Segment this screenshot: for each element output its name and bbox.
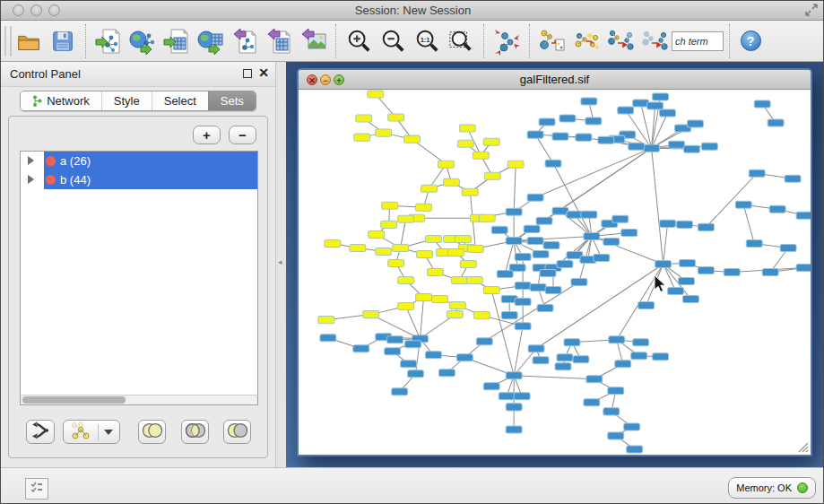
graph-node[interactable] <box>381 221 397 228</box>
graph-node[interactable] <box>698 223 714 230</box>
graph-node[interactable] <box>467 245 483 252</box>
graph-node[interactable] <box>483 138 499 145</box>
graph-node[interactable] <box>515 253 531 260</box>
graph-node[interactable] <box>653 353 669 361</box>
set-intersection-button[interactable] <box>181 420 209 444</box>
graph-node[interactable] <box>698 266 714 274</box>
graph-node[interactable] <box>427 268 443 275</box>
graph-node[interactable] <box>653 93 669 100</box>
graph-node[interactable] <box>447 311 463 318</box>
graph-node[interactable] <box>687 120 703 127</box>
apply-layout-button[interactable] <box>490 24 524 58</box>
graph-node[interactable] <box>618 107 634 114</box>
set-list-item[interactable]: b (44) <box>21 170 257 189</box>
graph-node[interactable] <box>506 372 522 379</box>
graph-node[interactable] <box>530 284 546 291</box>
graph-node[interactable] <box>401 361 417 368</box>
graph-node[interactable] <box>527 194 543 201</box>
remove-set-button[interactable]: − <box>229 126 256 144</box>
graph-node[interactable] <box>388 114 404 121</box>
graph-node[interactable] <box>376 129 392 136</box>
graph-node[interactable] <box>460 260 476 267</box>
expander-triangle-icon[interactable] <box>28 156 34 165</box>
graph-node[interactable] <box>581 98 597 105</box>
extract-set-dropdown-button[interactable] <box>63 420 120 444</box>
graph-node[interactable] <box>608 387 624 395</box>
toolbar-drag-handle[interactable] <box>4 26 12 56</box>
graph-node[interactable] <box>354 134 370 141</box>
graph-node[interactable] <box>552 207 568 214</box>
export-network-button[interactable] <box>228 24 262 58</box>
graph-node[interactable] <box>438 369 455 377</box>
graph-node[interactable] <box>408 370 424 378</box>
graph-node[interactable] <box>524 225 540 232</box>
graph-node[interactable] <box>382 202 398 209</box>
graph-node[interactable] <box>573 356 589 363</box>
graph-node[interactable] <box>586 376 603 383</box>
graph-node[interactable] <box>533 250 549 257</box>
graph-node[interactable] <box>598 136 614 143</box>
graph-node[interactable] <box>615 361 631 368</box>
graph-node[interactable] <box>369 230 385 238</box>
graph-node[interactable] <box>576 134 592 141</box>
collapse-panel-icon[interactable]: ◂ <box>278 257 282 266</box>
close-panel-icon[interactable]: ✕ <box>258 65 269 80</box>
graph-node[interactable] <box>669 141 685 148</box>
graph-node[interactable] <box>392 388 408 395</box>
tab-style[interactable]: Style <box>101 91 152 110</box>
graph-node[interactable] <box>353 345 369 352</box>
graph-node[interactable] <box>421 185 438 192</box>
add-to-set-button[interactable] <box>603 24 638 58</box>
graph-node[interactable] <box>479 214 495 222</box>
float-panel-icon[interactable] <box>243 69 252 78</box>
import-network-file-button[interactable] <box>91 24 126 58</box>
graph-node[interactable] <box>647 102 664 109</box>
graph-node[interactable] <box>555 363 571 370</box>
set-difference-button[interactable] <box>223 420 251 444</box>
graph-node[interactable] <box>455 235 471 242</box>
export-table-button[interactable] <box>262 24 296 58</box>
set-union-button[interactable] <box>138 420 166 444</box>
tab-network[interactable]: Network <box>21 91 101 110</box>
graph-node[interactable] <box>514 393 530 400</box>
graph-node[interactable] <box>398 277 414 284</box>
graph-node[interactable] <box>769 205 785 213</box>
graph-node[interactable] <box>660 109 676 117</box>
graph-node[interactable] <box>318 317 334 324</box>
graph-node[interactable] <box>796 264 811 271</box>
graph-node[interactable] <box>417 250 433 257</box>
graph-node[interactable] <box>473 152 489 159</box>
graph-node[interactable] <box>416 204 432 211</box>
zoom-out-button[interactable] <box>376 24 410 58</box>
graph-node[interactable] <box>539 118 555 126</box>
graph-node[interactable] <box>608 432 624 439</box>
graph-node[interactable] <box>660 220 676 227</box>
graph-node[interactable] <box>683 145 699 152</box>
graph-node[interactable] <box>506 404 522 411</box>
graph-node[interactable] <box>350 244 366 251</box>
graph-node[interactable] <box>564 339 580 346</box>
network-canvas[interactable] <box>299 90 811 455</box>
graph-node[interactable] <box>559 115 576 122</box>
network-frame-titlebar[interactable]: ✕ − + galFiltered.sif <box>299 70 811 90</box>
graph-node[interactable] <box>679 278 695 285</box>
graph-node[interactable] <box>363 311 379 318</box>
graph-node[interactable] <box>443 178 459 186</box>
open-session-button[interactable] <box>12 24 46 58</box>
graph-node[interactable] <box>387 336 403 343</box>
graph-node[interactable] <box>416 294 432 301</box>
graph-node[interactable] <box>724 268 740 275</box>
graph-node[interactable] <box>571 279 587 286</box>
graph-node[interactable] <box>393 244 409 251</box>
create-set-from-network-button[interactable] <box>535 24 569 58</box>
import-network-web-button[interactable] <box>126 24 160 58</box>
graph-node[interactable] <box>491 226 507 233</box>
graph-node[interactable] <box>515 299 531 306</box>
graph-node[interactable] <box>603 238 620 245</box>
graph-node[interactable] <box>540 269 556 276</box>
save-session-button[interactable] <box>46 24 80 58</box>
graph-node[interactable] <box>426 352 442 359</box>
graph-node[interactable] <box>668 288 684 295</box>
graph-node[interactable] <box>701 143 717 150</box>
export-image-button[interactable] <box>296 24 330 58</box>
